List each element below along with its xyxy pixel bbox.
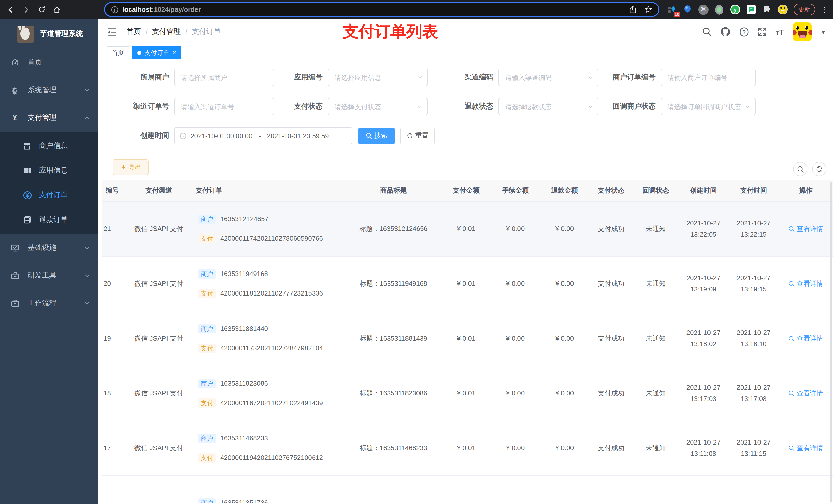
merchant-order-no-field[interactable] (661, 69, 756, 86)
toggle-search-button[interactable] (793, 162, 807, 176)
export-button[interactable]: 导出 (113, 159, 148, 175)
sidebar-item-pay-order[interactable]: 支付订单 (0, 183, 98, 208)
extension-diamond-icon[interactable]: 10 (667, 4, 677, 15)
avatar-caret-icon[interactable]: ▼ (821, 29, 826, 34)
tab-pay-order[interactable]: 支付订单 × (132, 46, 181, 59)
address-bar[interactable]: localhost:1024/pay/order (104, 2, 659, 17)
sidebar-item-system[interactable]: 系统管理 (0, 76, 98, 104)
pay-status-input[interactable] (328, 98, 427, 115)
browser-menu-icon[interactable]: ⋮ (821, 5, 828, 14)
table-row[interactable]: 17 微信 JSAPI 支付 商户 1635311468233 支付 42000… (102, 421, 833, 475)
view-detail-link[interactable]: 查看详情 (788, 334, 823, 343)
extension-chat-icon[interactable] (746, 4, 756, 15)
extension-balloon-icon[interactable] (682, 4, 693, 15)
col-header-action: 操作 (779, 180, 833, 201)
merchant-order-no: 1635311823086 (220, 380, 268, 387)
page-content: 所属商户 应用编号 渠道编码 商户订单编号 (98, 62, 833, 504)
view-detail-link[interactable]: 查看详情 (788, 279, 823, 288)
app-select[interactable] (328, 69, 428, 86)
font-size-icon[interactable]: ᴛT (776, 27, 784, 36)
extension-grey-dot-icon[interactable] (714, 4, 724, 15)
help-icon[interactable]: ? (739, 27, 749, 37)
sidebar-item-payment[interactable]: ¥ 支付管理 (0, 104, 98, 131)
filter-label: 支付状态 (274, 102, 323, 111)
pay-order-cell: 商户 1635311351736 支付 (193, 475, 345, 503)
github-icon[interactable] (720, 27, 730, 37)
date-range-start: 2021-10-01 00:00:00 (191, 132, 252, 140)
pay-amount-cell: ¥ 0.01 (442, 366, 491, 421)
notify-status-input[interactable] (661, 98, 755, 115)
share-icon[interactable] (629, 6, 636, 13)
col-header-title: 商品标题 (345, 180, 442, 201)
breadcrumb-payment[interactable]: 支付管理 (152, 27, 181, 37)
app-logo[interactable]: 芋道管理系统 (0, 19, 98, 49)
sidebar-item-refund-order[interactable]: 退款订单 (0, 208, 98, 232)
merchant-input[interactable] (175, 69, 273, 86)
refund-status-input[interactable] (499, 98, 598, 115)
extensions-puzzle-icon[interactable] (762, 4, 772, 15)
extension-y-icon[interactable]: y (730, 4, 740, 15)
reset-button[interactable]: 重置 (400, 127, 435, 144)
search-icon[interactable] (702, 27, 711, 37)
chevron-down-icon (84, 245, 90, 251)
pay-status-select[interactable] (328, 98, 428, 115)
channel-order-no-input[interactable] (175, 98, 273, 115)
browser-update-button[interactable]: 更新 (793, 4, 815, 15)
sidebar-item-infrastructure[interactable]: 基础设施 (0, 234, 98, 262)
notify-status-cell: 未通知 (633, 421, 678, 475)
notify-status-select[interactable] (661, 98, 756, 115)
col-header-create-time: 创建时间 (678, 180, 729, 201)
tab-home[interactable]: 首页 (106, 46, 129, 59)
view-detail-link[interactable]: 查看详情 (788, 224, 823, 233)
channel-code-select[interactable] (498, 69, 598, 86)
browser-home-icon[interactable] (49, 2, 65, 17)
refresh-table-button[interactable] (812, 162, 826, 176)
table-row[interactable]: 21 微信 JSAPI 支付 商户 1635312124657 支付 42000… (102, 201, 833, 256)
breadcrumb-home[interactable]: 首页 (126, 27, 141, 37)
sidebar-item-app-info[interactable]: 应用信息 (0, 158, 98, 183)
site-info-icon[interactable] (111, 6, 118, 13)
sidebar-item-workflow[interactable]: 工作流程 (0, 289, 98, 317)
sidebar-item-home[interactable]: 首页 (0, 49, 98, 76)
channel-order-no-field[interactable] (174, 98, 274, 115)
table-row[interactable]: 18 微信 JSAPI 支付 商户 1635311823086 支付 42000… (102, 366, 833, 421)
pay-time-cell: 2021-10-2713:18:10 (729, 311, 779, 366)
filter-label: 渠道订单号 (102, 102, 169, 111)
refund-amount-cell: ¥ 0.00 (540, 366, 589, 421)
table-row[interactable]: 商户 1635311351736 支付 (102, 475, 833, 503)
browser-back-icon[interactable] (3, 2, 19, 17)
create-time-cell: 2021-10-2713:19:09 (678, 256, 729, 311)
browser-forward-icon[interactable] (19, 2, 34, 17)
sidebar-collapse-icon[interactable] (106, 28, 117, 35)
table-row[interactable]: 20 微信 JSAPI 支付 商户 1635311949168 支付 42000… (102, 256, 833, 311)
pay-order-cell: 商户 1635311881440 支付 42000011732021102728… (193, 311, 345, 366)
top-navbar: 首页 / 支付管理 / 支付订单 支付订单列表 ? (98, 19, 833, 45)
view-detail-link[interactable]: 查看详情 (788, 388, 823, 398)
bookmark-star-icon[interactable] (644, 6, 652, 13)
search-icon (788, 281, 794, 287)
search-button[interactable]: 搜索 (358, 127, 395, 144)
fullscreen-icon[interactable] (757, 27, 767, 37)
close-icon[interactable]: × (173, 49, 176, 56)
app-input[interactable] (328, 69, 427, 86)
merchant-order-no: 1635311468233 (220, 434, 268, 442)
order-id-cell: 21 (102, 201, 125, 256)
page-scrollbar[interactable] (830, 182, 832, 502)
merchant-select[interactable] (174, 69, 274, 86)
browser-reload-icon[interactable] (34, 2, 49, 17)
extension-command-icon[interactable]: ⌘ (698, 4, 709, 15)
pay-status-cell (589, 475, 633, 503)
profile-emoji-icon[interactable] (778, 4, 788, 15)
sidebar-item-merchant-info[interactable]: 商户信息 (0, 134, 98, 158)
notify-status-cell: 未通知 (633, 201, 678, 256)
create-time-range-picker[interactable]: 2021-10-01 00:00:00 - 2021-10-31 23:59:5… (174, 127, 353, 144)
create-time-cell: 2021-10-2713:18:02 (678, 311, 729, 366)
table-row[interactable]: 19 微信 JSAPI 支付 商户 1635311881440 支付 42000… (102, 311, 833, 366)
user-avatar[interactable] (792, 22, 812, 42)
table-icon (23, 166, 32, 175)
channel-code-input[interactable] (499, 69, 598, 86)
sidebar-item-dev-tools[interactable]: 研发工具 (0, 262, 98, 289)
merchant-order-no-input[interactable] (661, 69, 755, 86)
view-detail-link[interactable]: 查看详情 (788, 443, 823, 453)
refund-status-select[interactable] (498, 98, 598, 115)
